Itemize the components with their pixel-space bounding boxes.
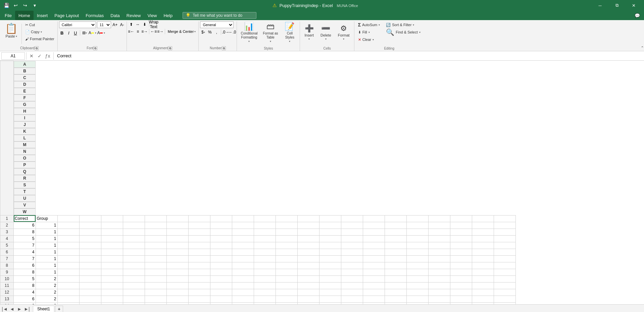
cell-V1[interactable] bbox=[472, 215, 494, 222]
cell-J14[interactable] bbox=[210, 302, 232, 304]
format-button[interactable]: ⚙ Format ▾ bbox=[335, 21, 353, 43]
cell-U4[interactable] bbox=[450, 235, 472, 242]
cell-H10[interactable] bbox=[166, 275, 188, 282]
cell-N14[interactable] bbox=[297, 302, 319, 304]
cell-Q4[interactable] bbox=[363, 235, 385, 242]
cell-G11[interactable] bbox=[145, 282, 166, 289]
menu-formulas[interactable]: Formulas bbox=[82, 11, 107, 20]
insert-button[interactable]: ➕ Insert ▾ bbox=[301, 21, 317, 43]
cell-R13[interactable] bbox=[385, 296, 406, 302]
cell-V4[interactable] bbox=[472, 235, 494, 242]
cell-A11[interactable]: 8 bbox=[14, 282, 36, 289]
cell-K14[interactable] bbox=[232, 302, 254, 304]
col-header-i[interactable]: I bbox=[14, 115, 36, 121]
cell-A6[interactable]: 4 bbox=[14, 249, 36, 255]
cell-I10[interactable] bbox=[188, 275, 210, 282]
cell-O4[interactable] bbox=[319, 235, 341, 242]
col-header-j[interactable]: J bbox=[14, 121, 36, 128]
col-header-b[interactable]: B bbox=[14, 68, 36, 74]
cell-I3[interactable] bbox=[188, 229, 210, 235]
cell-F11[interactable] bbox=[123, 282, 145, 289]
row-num-3[interactable]: 3 bbox=[0, 229, 14, 235]
cell-O5[interactable] bbox=[319, 242, 341, 249]
cell-O11[interactable] bbox=[319, 282, 341, 289]
cell-N5[interactable] bbox=[297, 242, 319, 249]
cell-T14[interactable] bbox=[428, 302, 450, 304]
cell-C7[interactable] bbox=[57, 255, 79, 262]
cell-T6[interactable] bbox=[428, 249, 450, 255]
row-num-2[interactable]: 2 bbox=[0, 222, 14, 229]
cell-H3[interactable] bbox=[166, 229, 188, 235]
menu-view[interactable]: View bbox=[144, 11, 160, 20]
cell-U2[interactable] bbox=[450, 222, 472, 229]
cell-Q12[interactable] bbox=[363, 289, 385, 296]
cell-F4[interactable] bbox=[123, 235, 145, 242]
cell-J7[interactable] bbox=[210, 255, 232, 262]
cell-H11[interactable] bbox=[166, 282, 188, 289]
font-size-select[interactable]: 11 bbox=[97, 21, 111, 28]
cell-D14[interactable] bbox=[79, 302, 101, 304]
cell-M3[interactable] bbox=[276, 229, 297, 235]
cell-R12[interactable] bbox=[385, 289, 406, 296]
cell-A3[interactable]: 8 bbox=[14, 229, 36, 235]
cell-H7[interactable] bbox=[166, 255, 188, 262]
col-header-t[interactable]: T bbox=[14, 188, 36, 195]
cell-W12[interactable] bbox=[494, 289, 515, 296]
cell-N3[interactable] bbox=[297, 229, 319, 235]
cell-I12[interactable] bbox=[188, 289, 210, 296]
cell-C14[interactable] bbox=[57, 302, 79, 304]
cell-G12[interactable] bbox=[145, 289, 166, 296]
cell-B6[interactable]: 1 bbox=[36, 249, 57, 255]
cell-C8[interactable] bbox=[57, 262, 79, 269]
cell-N2[interactable] bbox=[297, 222, 319, 229]
enter-formula-button[interactable]: ✓ bbox=[36, 52, 43, 60]
row-num-13[interactable]: 13 bbox=[0, 296, 14, 302]
font-expand-button[interactable]: ⧉ bbox=[93, 46, 97, 50]
menu-review[interactable]: Review bbox=[123, 11, 144, 20]
align-center-button[interactable]: ≡ bbox=[135, 28, 141, 35]
cell-D1[interactable] bbox=[79, 215, 101, 222]
cell-G4[interactable] bbox=[145, 235, 166, 242]
cell-P2[interactable] bbox=[341, 222, 363, 229]
cell-F9[interactable] bbox=[123, 269, 145, 275]
percent-button[interactable]: % bbox=[207, 29, 213, 35]
decrease-indent-button[interactable]: ←≡ bbox=[151, 28, 157, 35]
cell-I7[interactable] bbox=[188, 255, 210, 262]
align-bottom-button[interactable]: ⬇ bbox=[142, 21, 148, 27]
fill-button[interactable]: ⬇ Fill ▾ bbox=[356, 29, 383, 36]
delete-button[interactable]: ➖ Delete ▾ bbox=[317, 21, 334, 43]
align-left-button[interactable]: ≡← bbox=[128, 28, 134, 35]
cell-D10[interactable] bbox=[79, 275, 101, 282]
cell-O2[interactable] bbox=[319, 222, 341, 229]
cell-P11[interactable] bbox=[341, 282, 363, 289]
cell-S9[interactable] bbox=[406, 269, 428, 275]
cell-N13[interactable] bbox=[297, 296, 319, 302]
cell-S3[interactable] bbox=[406, 229, 428, 235]
cell-K6[interactable] bbox=[232, 249, 254, 255]
cell-D8[interactable] bbox=[79, 262, 101, 269]
cell-C10[interactable] bbox=[57, 275, 79, 282]
cell-J9[interactable] bbox=[210, 269, 232, 275]
cell-M4[interactable] bbox=[276, 235, 297, 242]
cell-E8[interactable] bbox=[101, 262, 123, 269]
col-header-v[interactable]: V bbox=[14, 202, 36, 208]
cell-S12[interactable] bbox=[406, 289, 428, 296]
cell-L10[interactable] bbox=[254, 275, 276, 282]
col-header-g[interactable]: G bbox=[14, 101, 36, 108]
cell-R5[interactable] bbox=[385, 242, 406, 249]
cell-D5[interactable] bbox=[79, 242, 101, 249]
cell-A8[interactable]: 6 bbox=[14, 262, 36, 269]
col-header-f[interactable]: F bbox=[14, 95, 36, 101]
cell-W11[interactable] bbox=[494, 282, 515, 289]
cell-G5[interactable] bbox=[145, 242, 166, 249]
cell-N12[interactable] bbox=[297, 289, 319, 296]
cell-A5[interactable]: 7 bbox=[14, 242, 36, 249]
cell-R8[interactable] bbox=[385, 262, 406, 269]
cell-W10[interactable] bbox=[494, 275, 515, 282]
customize-qat-button[interactable]: ▾ bbox=[31, 2, 38, 9]
cell-A4[interactable]: 5 bbox=[14, 235, 36, 242]
col-header-w[interactable]: W bbox=[14, 208, 36, 215]
alignment-expand-button[interactable]: ⧉ bbox=[168, 46, 172, 50]
cell-B7[interactable]: 1 bbox=[36, 255, 57, 262]
clipboard-expand-button[interactable]: ⧉ bbox=[35, 46, 39, 50]
